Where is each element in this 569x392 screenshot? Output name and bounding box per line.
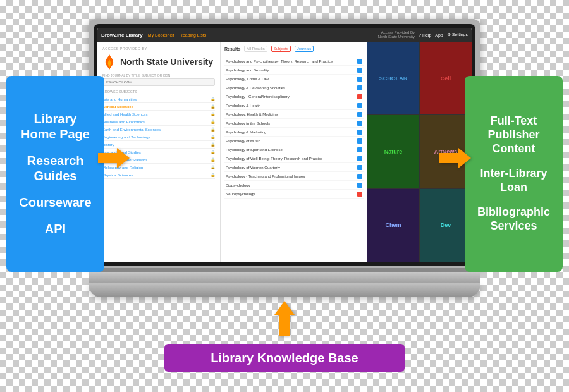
result-row[interactable]: Psychology and Sexuality: [224, 66, 364, 75]
result-row[interactable]: Psychology of Women Quarterly: [224, 163, 364, 172]
nav-settings[interactable]: ⚙ Settings: [447, 32, 468, 37]
university-logo-area: North State University: [102, 53, 215, 71]
search-box[interactable]: PSYCHOLOGY: [102, 78, 215, 86]
sidebar-access-label: ACCESS PROVIDED BY: [102, 47, 215, 51]
result-indicator: [357, 130, 362, 135]
search-label: FIND JOURNAL BY TITLE, SUBJECT, OR ISSN: [102, 73, 215, 77]
lock-icon: 🔒: [211, 165, 215, 169]
results-label: Results: [224, 47, 240, 51]
subject-item-clinical[interactable]: Clinical Sciences 🔒: [102, 103, 215, 111]
screen-content: ACCESS PROVIDED BY North State Universit…: [97, 42, 472, 262]
result-indicator: [357, 85, 362, 90]
result-row[interactable]: Psychology & Marketing: [224, 128, 364, 137]
result-row[interactable]: Biopsychology: [224, 181, 364, 190]
bibliographic-label: Bibliographic Services: [474, 205, 553, 233]
left-panel: Library Home Page Research Guides Course…: [6, 76, 104, 272]
result-row[interactable]: Psychology, Health & Medicine: [224, 110, 364, 119]
knowledge-base-bar: Library Knowledge Base: [164, 344, 405, 372]
library-home-label: Library Home Page: [16, 111, 95, 142]
result-row[interactable]: Psychology, Crime & Law: [224, 75, 364, 83]
result-row[interactable]: Psychology of Well-Being: Theory, Resear…: [224, 154, 364, 163]
svg-marker-0: [98, 148, 130, 168]
result-row[interactable]: Psychology and Psychotherapy: Theory, Re…: [224, 57, 364, 66]
flame-icon: [102, 53, 116, 71]
result-row[interactable]: Psychology of Sport and Exercise: [224, 145, 364, 154]
result-indicator: [357, 165, 362, 170]
nav-reading-lists[interactable]: Reading Lists: [180, 33, 206, 37]
result-indicator: [357, 147, 362, 152]
result-row[interactable]: Psychology of Music: [224, 137, 364, 145]
filter-subjects[interactable]: Subjects: [271, 46, 291, 52]
laptop-base: [89, 272, 480, 283]
nav-bookshelf[interactable]: My Bookshelf: [148, 33, 174, 37]
laptop-bottom: [89, 283, 480, 297]
lock-icon: 🔒: [211, 104, 215, 109]
knowledge-base-label: Library Knowledge Base: [211, 351, 358, 365]
result-row[interactable]: Psychology & Health: [224, 101, 364, 110]
result-indicator: [357, 59, 362, 64]
svg-marker-2: [274, 301, 295, 336]
arrow-up: [272, 301, 297, 338]
browzine-navbar: BrowZine Library My Bookshelf Reading Li…: [97, 28, 472, 42]
result-indicator: [357, 156, 362, 161]
nav-app[interactable]: App: [435, 33, 443, 37]
subject-item-business[interactable]: Business and Economics 🔒: [102, 118, 215, 126]
subject-item-engineering[interactable]: Engineering and Technology 🔒: [102, 133, 215, 141]
results-list: Psychology and Psychotherapy: Theory, Re…: [224, 57, 364, 199]
browse-subjects-label: BROWSE SUBJECTS: [102, 90, 215, 94]
lock-icon: 🔒: [211, 157, 215, 162]
lock-icon: 🔒: [211, 127, 215, 132]
result-indicator: [357, 138, 362, 144]
result-row[interactable]: Psychology & Developing Societies: [224, 83, 364, 92]
arrow-right: [439, 145, 471, 173]
arrow-left: [98, 145, 130, 173]
access-label: Access Provided By: [378, 30, 415, 35]
result-row[interactable]: Psychology in the Schools: [224, 119, 364, 128]
subject-item[interactable]: Arts and Humanities 🔒: [102, 95, 215, 103]
subject-item-earth[interactable]: Earth and Environmental Sciences 🔒: [102, 126, 215, 133]
result-row[interactable]: Psychology - General/Interdisciplinary: [224, 92, 364, 101]
scene: Library Home Page Research Guides Course…: [0, 0, 569, 392]
laptop-screen-outer: BrowZine Library My Bookshelf Reading Li…: [89, 19, 480, 268]
result-indicator: [357, 121, 362, 126]
result-indicator: [357, 174, 362, 179]
laptop-screen: BrowZine Library My Bookshelf Reading Li…: [97, 28, 472, 262]
lock-icon: 🔒: [211, 97, 215, 101]
access-info: Access Provided By North State Universit…: [378, 30, 415, 39]
right-panel: Full-Text Publisher Content Inter-Librar…: [465, 76, 563, 272]
research-guides-label: Research Guides: [16, 153, 95, 183]
laptop: BrowZine Library My Bookshelf Reading Li…: [89, 19, 480, 297]
result-indicator: [357, 183, 362, 188]
results-panel: Results All Results Subjects Journals Ps…: [221, 42, 367, 262]
result-indicator: [357, 192, 362, 197]
laptop-bezel: BrowZine Library My Bookshelf Reading Li…: [94, 24, 475, 266]
photo-cell-5: Chem: [367, 189, 419, 262]
lock-icon: 🔒: [211, 119, 215, 124]
svg-marker-1: [439, 148, 471, 168]
nav-help[interactable]: ? Help: [419, 33, 431, 37]
full-text-label: Full-Text Publisher Content: [474, 114, 553, 156]
result-indicator: [357, 77, 362, 82]
lock-icon: 🔒: [211, 142, 215, 147]
results-header: Results All Results Subjects Journals: [224, 46, 364, 54]
api-label: API: [45, 221, 66, 236]
lock-icon: 🔒: [211, 112, 215, 116]
result-indicator: [357, 68, 362, 73]
lock-icon: 🔒: [211, 150, 215, 154]
access-university: North State University: [378, 35, 415, 39]
filter-all[interactable]: All Results: [244, 46, 267, 52]
photo-cell-3: Nature: [367, 115, 419, 188]
courseware-label: Courseware: [19, 195, 92, 210]
nav-right: Access Provided By North State Universit…: [378, 30, 468, 39]
lock-icon: 🔒: [211, 135, 215, 139]
result-row[interactable]: Psychology - Teaching and Professional I…: [224, 172, 364, 181]
ill-label: Inter-Library Loan: [474, 167, 553, 194]
photo-cell-1: SCHOLAR: [367, 42, 419, 114]
result-row[interactable]: Neuropsychology: [224, 190, 364, 199]
subject-item-allied[interactable]: Allied and Health Sciences 🔒: [102, 111, 215, 118]
result-indicator: [357, 103, 362, 108]
browzine-brand: BrowZine Library: [101, 32, 143, 38]
lock-icon: 🔒: [211, 173, 215, 177]
filter-journals[interactable]: Journals: [295, 46, 314, 52]
photo-cell-2: Cell: [420, 42, 472, 114]
